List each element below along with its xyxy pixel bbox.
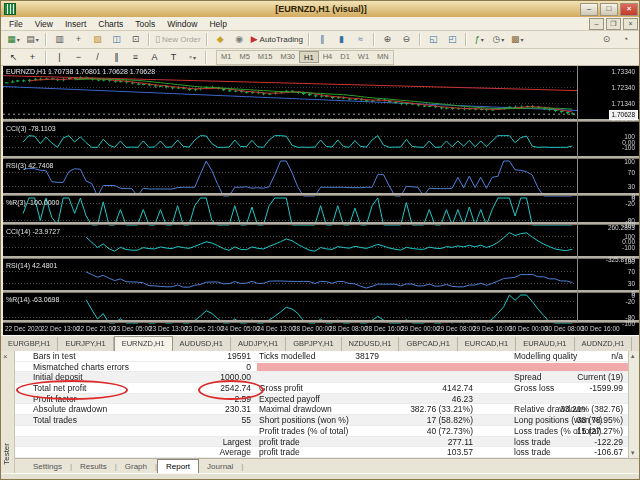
chart-bars-icon[interactable]: ∥ bbox=[313, 31, 332, 48]
maximize-button[interactable]: □ bbox=[600, 3, 618, 16]
profiles-icon[interactable]: ▤▾ bbox=[23, 31, 42, 48]
chart-tab-gbpjpy-h1[interactable]: GBPJPY,H1 bbox=[286, 337, 341, 351]
indicator-axis-tick: -20 bbox=[626, 298, 635, 305]
profiles-folder-icon[interactable]: ▧ bbox=[88, 31, 107, 48]
chart-area[interactable]: EURNZD,H1 1.70738 1.70801 1.70628 1.7062… bbox=[3, 66, 639, 335]
text-label-icon[interactable]: T bbox=[164, 49, 183, 66]
timeframe-m30[interactable]: M30 bbox=[276, 51, 299, 63]
tab-separator: | bbox=[241, 462, 243, 471]
child-minimize-button[interactable]: – bbox=[589, 18, 604, 30]
time-axis-label: 28 Dec 16:00 bbox=[365, 325, 404, 332]
chart-tab-audcad-h1[interactable]: AUDCAD,H1 bbox=[632, 337, 640, 351]
zoom-in-icon[interactable]: ⊕ bbox=[378, 31, 397, 48]
chart-tab-audjpy-h1[interactable]: AUDJPY,H1 bbox=[231, 337, 286, 351]
chart-tab-nzdusd-h1[interactable]: NZDUSD,H1 bbox=[342, 337, 400, 351]
fibonacci-icon[interactable]: ≡ bbox=[126, 49, 145, 66]
timeframe-mn[interactable]: MN bbox=[373, 51, 393, 63]
chart-tab-gbpcad-h1[interactable]: GBPCAD,H1 bbox=[399, 337, 457, 351]
time-axis-label: 30 Dec 00:00 bbox=[509, 325, 548, 332]
scroll-up-icon[interactable]: ▴ bbox=[631, 352, 635, 360]
time-axis-label: 30 Dec 16:00 bbox=[581, 325, 620, 332]
data-window-icon[interactable]: ◫ bbox=[107, 31, 126, 48]
toolbar-separator bbox=[45, 51, 47, 64]
time-axis-label: 29 Dec 08:00 bbox=[437, 325, 476, 332]
chart-tab-eurjpy-h1[interactable]: EURJPY,H1 bbox=[58, 337, 113, 351]
child-restore-button[interactable]: ❐ bbox=[606, 18, 621, 30]
timeframe-h4[interactable]: H4 bbox=[319, 51, 337, 63]
chart-tab-euraud-h1[interactable]: EURAUD,H1 bbox=[516, 337, 574, 351]
tile-windows-icon[interactable]: ◱ bbox=[424, 31, 443, 48]
chart-tab-eurcad-h1[interactable]: EURCAD,H1 bbox=[458, 337, 516, 351]
trendline-icon[interactable]: / bbox=[88, 49, 107, 66]
chart-line-icon[interactable]: ≈ bbox=[351, 31, 370, 48]
menu-insert[interactable]: Insert bbox=[59, 18, 92, 30]
tester-tab-journal[interactable]: Journal bbox=[199, 460, 241, 473]
menu-tools[interactable]: Tools bbox=[129, 18, 161, 30]
market-watch-icon: ▥ bbox=[55, 33, 64, 46]
menu-view[interactable]: View bbox=[29, 18, 59, 30]
new-chart-icon[interactable]: ▦▾ bbox=[4, 31, 23, 48]
dropdown-arrow-icon: ▾ bbox=[36, 36, 39, 43]
dropdown-arrow-icon: ▾ bbox=[193, 54, 196, 61]
zoom-out-icon[interactable]: ⊖ bbox=[397, 31, 416, 48]
timeframe-m1[interactable]: M1 bbox=[217, 51, 235, 63]
timeframe-w1[interactable]: W1 bbox=[354, 51, 373, 63]
vertical-line-icon[interactable]: | bbox=[50, 49, 69, 66]
timeframe-d1[interactable]: D1 bbox=[336, 51, 354, 63]
chart-candles-icon[interactable]: ▮ bbox=[332, 31, 351, 48]
toolbar-separator bbox=[465, 33, 467, 46]
chart-tab-eurgbp-h1[interactable]: EURGBP,H1 bbox=[1, 337, 58, 351]
market-watch-icon[interactable]: ▥ bbox=[50, 31, 69, 48]
price-chart-canvas[interactable] bbox=[3, 66, 639, 335]
chart-tab-eurnzd-h1[interactable]: EURNZD,H1 bbox=[114, 336, 173, 351]
menu-help[interactable]: Help bbox=[203, 18, 232, 30]
report-label: profit trade bbox=[259, 447, 300, 458]
indicator-label: CCI(3) -78.1103 bbox=[6, 125, 56, 133]
tester-tab-results[interactable]: Results bbox=[72, 460, 115, 473]
child-close-button[interactable]: × bbox=[623, 18, 638, 30]
tester-tab-settings[interactable]: Settings bbox=[25, 460, 70, 473]
report-value: Largest bbox=[131, 437, 251, 448]
cascade-windows-icon[interactable]: ◰ bbox=[443, 31, 462, 48]
tester-tab-graph[interactable]: Graph bbox=[117, 460, 155, 473]
menu-window[interactable]: Window bbox=[161, 18, 203, 30]
chart-tab-audnzd-h1[interactable]: AUDNZD,H1 bbox=[575, 337, 633, 351]
tester-tab-report[interactable]: Report bbox=[157, 459, 199, 474]
crosshair-icon[interactable]: + bbox=[23, 49, 42, 66]
equidistant-channel-icon[interactable]: ∥ bbox=[107, 49, 126, 66]
periods-icon[interactable]: ◷▾ bbox=[489, 31, 508, 48]
search-icon[interactable]: ⊙ bbox=[597, 31, 616, 48]
arrows-icon[interactable]: ◦▾ bbox=[183, 49, 202, 66]
navigator-icon[interactable]: + bbox=[69, 31, 88, 48]
accounts-icon[interactable]: ◉ bbox=[230, 31, 249, 48]
zoom-out-icon: ⊖ bbox=[403, 33, 411, 46]
cursor-icon[interactable]: ↖ bbox=[4, 49, 23, 66]
expert-advisor-icon[interactable]: ◆ bbox=[211, 31, 230, 48]
report-value: -122.29 bbox=[513, 437, 623, 448]
visual-preview-icon[interactable]: ⊡ bbox=[126, 31, 145, 48]
minimize-button[interactable]: – bbox=[580, 3, 598, 16]
menu-charts[interactable]: Charts bbox=[92, 18, 129, 30]
tester-close-icon[interactable]: × bbox=[3, 352, 8, 361]
data-window-icon: ◫ bbox=[112, 33, 121, 46]
horizontal-line-icon[interactable]: − bbox=[69, 49, 88, 66]
scroll-down-icon[interactable]: ▾ bbox=[631, 449, 635, 457]
templates-icon[interactable]: ▩▾ bbox=[508, 31, 527, 48]
price-axis-tick: 1.72340 bbox=[612, 84, 636, 91]
chart-tab-audusd-h1[interactable]: AUDUSD,H1 bbox=[173, 337, 231, 351]
timeframe-m15[interactable]: M15 bbox=[254, 51, 277, 63]
autotrading-button[interactable]: ▶AutoTrading bbox=[249, 31, 305, 48]
report-value: 1000.00 bbox=[131, 372, 251, 383]
chat-icon[interactable]: ◔ bbox=[616, 31, 635, 48]
current-price-box: 1.70628 bbox=[609, 110, 639, 120]
toolbar-separator bbox=[373, 33, 375, 46]
text-icon[interactable]: A bbox=[145, 49, 164, 66]
timeframe-m5[interactable]: M5 bbox=[235, 51, 253, 63]
report-value: 103.57 bbox=[361, 447, 473, 458]
menu-file[interactable]: File bbox=[3, 18, 29, 30]
report-scrollbar[interactable]: ▴ ▾ bbox=[628, 351, 640, 458]
indicators-icon[interactable]: ƒ▾ bbox=[470, 31, 489, 48]
timeframe-h1[interactable]: H1 bbox=[299, 51, 319, 63]
close-button[interactable]: × bbox=[620, 3, 638, 16]
report-value: 38179 bbox=[267, 351, 379, 362]
